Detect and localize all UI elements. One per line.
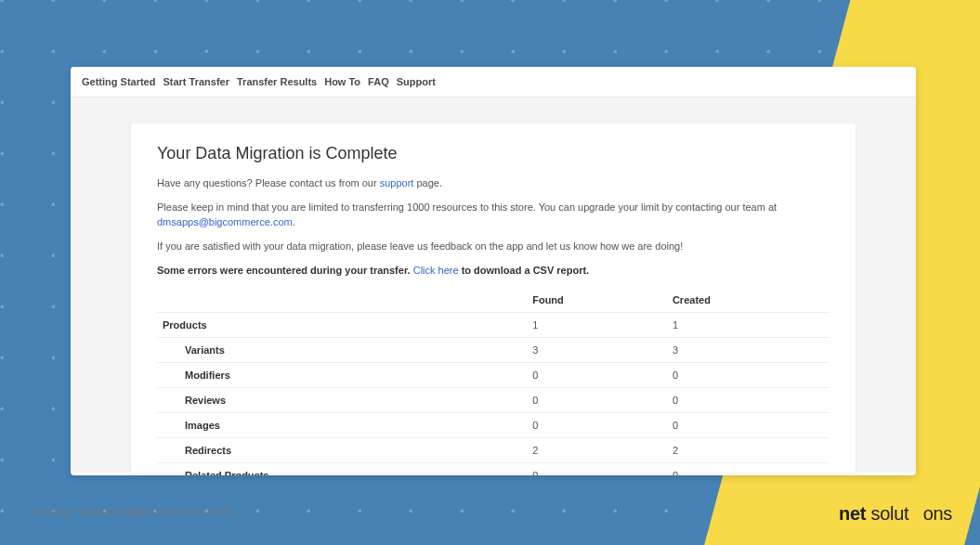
brand-part3: ons — [923, 503, 952, 524]
table-row: Related Products00 — [157, 462, 830, 475]
row-created: 0 — [667, 387, 830, 412]
row-label: Related Products — [157, 462, 527, 475]
page-title: Your Data Migration is Complete — [157, 144, 830, 163]
table-row: Products11 — [157, 312, 830, 337]
source-label: Source: support.bigcommerce.com — [32, 504, 233, 519]
row-created: 0 — [667, 462, 830, 475]
col-empty — [157, 288, 527, 313]
results-table: Found Created Products11Variants33Modifi… — [157, 288, 830, 475]
row-found: 0 — [527, 387, 667, 412]
csv-download-link[interactable]: Click here — [413, 265, 459, 276]
errors-text-pre: Some errors were encountered during your… — [157, 265, 413, 276]
nav-bar: Getting Started Start Transfer Transfer … — [71, 67, 916, 97]
row-label: Reviews — [157, 387, 527, 412]
results-card: Your Data Migration is Complete Have any… — [131, 123, 856, 473]
table-row: Reviews00 — [157, 387, 830, 412]
errors-text-post: to download a CSV report. — [459, 265, 590, 276]
row-label: Products — [157, 312, 527, 337]
nav-faq[interactable]: FAQ — [368, 76, 389, 87]
table-row: Redirects22 — [157, 437, 830, 462]
app-body: Your Data Migration is Complete Have any… — [71, 97, 916, 473]
brand-part2: solut — [870, 503, 908, 524]
row-created: 0 — [667, 412, 830, 437]
feedback-text: If you are satisfied with your data migr… — [157, 240, 830, 254]
errors-text: Some errors were encountered during your… — [157, 264, 830, 279]
row-label: Modifiers — [157, 362, 527, 387]
limit-text: Please keep in mind that you are limited… — [157, 201, 830, 230]
nav-support[interactable]: Support — [397, 76, 436, 87]
contact-text: Have any questions? Please contact us fr… — [157, 176, 830, 191]
row-found: 0 — [527, 412, 667, 437]
row-created: 1 — [667, 312, 830, 337]
limit-text-pre: Please keep in mind that you are limited… — [157, 201, 777, 213]
table-row: Modifiers00 — [157, 362, 830, 387]
brand-part1: net — [839, 503, 866, 524]
limit-text-post: . — [293, 216, 295, 227]
row-label: Variants — [157, 337, 527, 362]
email-link[interactable]: dmsapps@bigcommerce.com — [157, 216, 293, 227]
table-row: Variants33 — [157, 337, 830, 362]
col-found: Found — [527, 288, 667, 313]
row-label: Redirects — [157, 437, 527, 462]
row-found: 0 — [527, 462, 667, 475]
row-label: Images — [157, 412, 527, 437]
nav-how-to[interactable]: How To — [324, 76, 360, 87]
row-created: 3 — [667, 337, 830, 362]
col-created: Created — [667, 288, 830, 313]
contact-text-pre: Have any questions? Please contact us fr… — [157, 177, 380, 188]
row-found: 3 — [527, 337, 667, 362]
row-found: 2 — [527, 437, 667, 462]
app-window: Getting Started Start Transfer Transfer … — [71, 67, 916, 475]
row-created: 2 — [667, 437, 830, 462]
row-found: 0 — [527, 362, 667, 387]
nav-start-transfer[interactable]: Start Transfer — [163, 76, 229, 87]
nav-getting-started[interactable]: Getting Started — [82, 76, 155, 87]
brand-logo: net solut●ons — [839, 503, 952, 525]
row-found: 1 — [527, 312, 667, 337]
support-link[interactable]: support — [380, 177, 414, 188]
row-created: 0 — [667, 362, 830, 387]
nav-transfer-results[interactable]: Transfer Results — [237, 76, 317, 87]
brand-dot-icon: ● — [908, 500, 922, 527]
contact-text-post: page. — [413, 177, 442, 188]
table-row: Images00 — [157, 412, 830, 437]
